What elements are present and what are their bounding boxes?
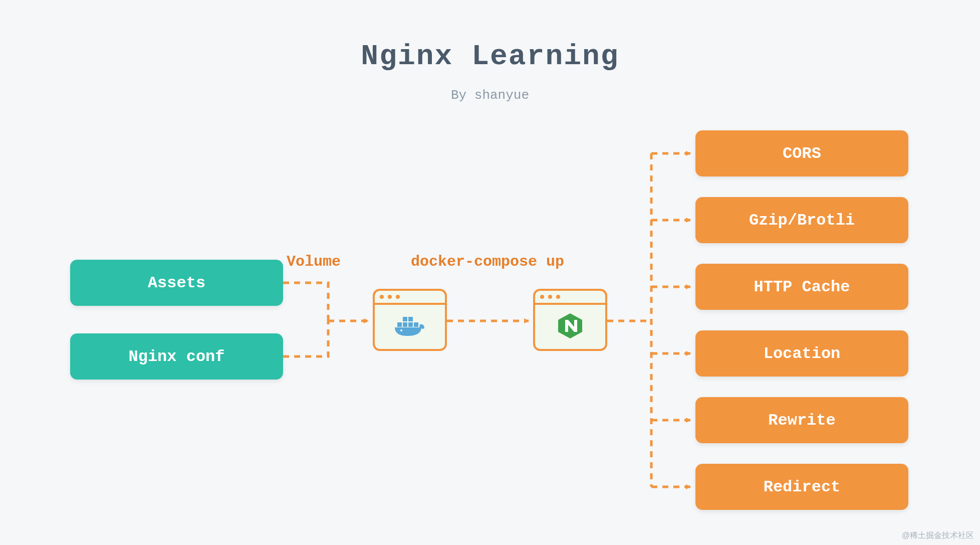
node-feature-redirect: Redirect	[695, 464, 908, 510]
window-titlebar	[535, 291, 605, 305]
node-nginx-window	[533, 289, 607, 351]
node-label: CORS	[783, 144, 821, 163]
label-volume: Volume	[287, 253, 341, 270]
node-label: Location	[764, 344, 841, 363]
node-feature-gzip: Gzip/Brotli	[695, 197, 908, 243]
node-label: Assets	[148, 274, 205, 292]
window-dot	[540, 295, 544, 299]
watermark: @稀土掘金技术社区	[902, 530, 974, 541]
node-label: Redirect	[764, 478, 841, 496]
diagram-title: Nginx Learning	[0, 40, 980, 73]
node-feature-rewrite: Rewrite	[695, 397, 908, 443]
nginx-icon	[556, 312, 584, 342]
window-dot	[380, 295, 384, 299]
window-dot	[556, 295, 560, 299]
node-nginx-conf: Nginx conf	[70, 333, 283, 380]
node-feature-http-cache: HTTP Cache	[695, 264, 908, 310]
svg-rect-3	[403, 317, 407, 321]
node-label: Nginx conf	[128, 347, 224, 366]
svg-rect-4	[408, 317, 413, 321]
node-feature-cors: CORS	[695, 130, 908, 176]
svg-point-6	[400, 329, 402, 331]
node-label: HTTP Cache	[754, 278, 850, 296]
svg-rect-2	[408, 322, 413, 327]
docker-icon	[392, 313, 427, 341]
svg-rect-1	[403, 322, 407, 327]
label-compose: docker-compose up	[411, 253, 564, 270]
diagram-subtitle: By shanyue	[0, 88, 980, 103]
node-feature-location: Location	[695, 330, 908, 377]
node-label: Gzip/Brotli	[749, 211, 855, 230]
node-docker-window	[373, 289, 447, 351]
node-label: Rewrite	[768, 411, 835, 430]
window-dot	[396, 295, 400, 299]
svg-rect-0	[397, 322, 402, 327]
window-dot	[548, 295, 552, 299]
window-dot	[388, 295, 392, 299]
svg-rect-5	[414, 322, 418, 327]
node-assets: Assets	[70, 260, 283, 306]
window-titlebar	[375, 291, 445, 305]
